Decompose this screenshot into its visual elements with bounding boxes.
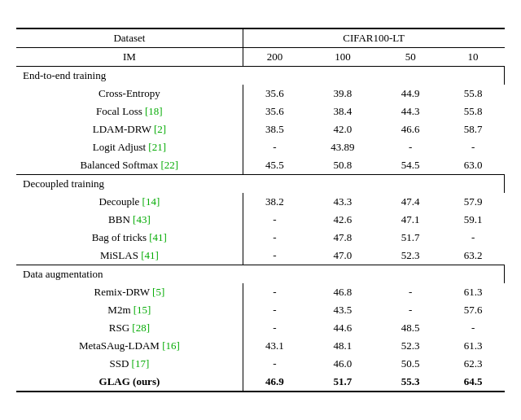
row-name: GLAG (ours)	[16, 373, 243, 392]
citation-ref: [5]	[152, 286, 164, 298]
row-value: 43.3	[306, 193, 379, 211]
row-value: 50.5	[379, 355, 442, 373]
section-label: Data augmentation	[16, 265, 505, 284]
row-value: 47.4	[379, 193, 442, 211]
row-value: 63.0	[442, 156, 505, 175]
row-value: 44.9	[379, 85, 442, 103]
row-value: 64.5	[442, 373, 505, 392]
citation-ref: [16]	[162, 339, 180, 352]
row-name: MiSLAS [41]	[16, 247, 243, 265]
row-value: 59.1	[442, 211, 505, 229]
row-name: Remix-DRW [5]	[16, 283, 243, 301]
row-value: 47.1	[379, 211, 442, 229]
row-value: 46.8	[306, 283, 379, 301]
row-value: -	[442, 229, 505, 247]
row-value: 46.9	[243, 373, 306, 392]
main-header-row: Dataset CIFAR100-LT	[16, 28, 505, 48]
row-value: 63.2	[442, 247, 505, 265]
row-value: 42.6	[306, 211, 379, 229]
row-value: -	[243, 283, 306, 301]
table-row: SSD [17]-46.050.562.3	[16, 355, 505, 373]
row-value: -	[379, 138, 442, 156]
citation-ref: [41]	[149, 231, 167, 243]
row-value: 46.6	[379, 120, 442, 138]
table-row: BBN [43]-42.647.159.1	[16, 211, 505, 229]
row-value: 45.5	[243, 156, 306, 175]
table-row: Remix-DRW [5]-46.8-61.3	[16, 283, 505, 301]
row-value: -	[442, 319, 505, 337]
table-row: Balanced Softmax [22]45.550.854.563.0	[16, 156, 505, 175]
results-table: Dataset CIFAR100-LT IM 200 100 50 10 End…	[16, 28, 505, 392]
row-value: 55.3	[379, 373, 442, 392]
row-value: 50.8	[306, 156, 379, 175]
im-label: IM	[16, 48, 243, 67]
table-wrapper: Dataset CIFAR100-LT IM 200 100 50 10 End…	[0, 11, 521, 409]
citation-ref: [43]	[133, 213, 151, 225]
row-name: Balanced Softmax [22]	[16, 156, 243, 175]
row-name: Cross-Entropy	[16, 85, 243, 103]
row-value: -	[243, 211, 306, 229]
row-value: 43.1	[243, 337, 306, 355]
row-value: 62.3	[442, 355, 505, 373]
row-value: 47.0	[306, 247, 379, 265]
row-value: -	[243, 247, 306, 265]
row-value: 58.7	[442, 120, 505, 138]
citation-ref: [18]	[145, 105, 163, 117]
row-value: 48.1	[306, 337, 379, 355]
row-name: RSG [28]	[16, 319, 243, 337]
im-50: 50	[379, 48, 442, 67]
table-row: Logit Adjust [21]-43.89--	[16, 138, 505, 156]
im-10: 10	[442, 48, 505, 67]
citation-ref: [2]	[154, 123, 166, 135]
citation-ref: [21]	[148, 141, 166, 153]
table-row: Bag of tricks [41]-47.851.7-	[16, 229, 505, 247]
row-name: MetaSAug-LDAM [16]	[16, 337, 243, 355]
row-value: 42.0	[306, 120, 379, 138]
row-value: 44.3	[379, 103, 442, 120]
row-value: 51.7	[306, 373, 379, 392]
table-row: Focal Loss [18]35.638.444.355.8	[16, 103, 505, 120]
row-value: 39.8	[306, 85, 379, 103]
row-name: Bag of tricks [41]	[16, 229, 243, 247]
row-value: 44.6	[306, 319, 379, 337]
table-row: Cross-Entropy35.639.844.955.8	[16, 85, 505, 103]
row-value: 61.3	[442, 283, 505, 301]
row-value: 57.9	[442, 193, 505, 211]
section-label-row: Decoupled training	[16, 175, 505, 194]
row-name: Logit Adjust [21]	[16, 138, 243, 156]
section-label: Decoupled training	[16, 175, 505, 194]
row-value: 38.5	[243, 120, 306, 138]
row-name: M2m [15]	[16, 301, 243, 319]
citation-ref: [22]	[161, 159, 179, 171]
row-value: 52.3	[379, 247, 442, 265]
row-value: -	[442, 138, 505, 156]
table-row: LDAM-DRW [2]38.542.046.658.7	[16, 120, 505, 138]
table-row: MiSLAS [41]-47.052.363.2	[16, 247, 505, 265]
row-value: 35.6	[243, 103, 306, 120]
table-row: MetaSAug-LDAM [16]43.148.152.361.3	[16, 337, 505, 355]
table-row: M2m [15]-43.5-57.6	[16, 301, 505, 319]
row-value: 38.4	[306, 103, 379, 120]
row-value: 43.89	[306, 138, 379, 156]
citation-ref: [15]	[134, 304, 151, 316]
row-value: 51.7	[379, 229, 442, 247]
citation-ref: [17]	[132, 357, 150, 370]
row-value: -	[379, 301, 442, 319]
row-value: 35.6	[243, 85, 306, 103]
row-value: 55.8	[442, 85, 505, 103]
row-value: 47.8	[306, 229, 379, 247]
im-100: 100	[306, 48, 379, 67]
row-value: 55.8	[442, 103, 505, 120]
row-value: -	[243, 138, 306, 156]
im-200: 200	[243, 48, 306, 67]
row-value: -	[243, 319, 306, 337]
row-value: 38.2	[243, 193, 306, 211]
row-value: 48.5	[379, 319, 442, 337]
row-value: 57.6	[442, 301, 505, 319]
row-value: -	[243, 355, 306, 373]
citation-ref: [41]	[141, 249, 159, 261]
row-value: 46.0	[306, 355, 379, 373]
row-value: -	[379, 283, 442, 301]
im-header-row: IM 200 100 50 10	[16, 48, 505, 67]
table-row: GLAG (ours)46.951.755.364.5	[16, 373, 505, 392]
